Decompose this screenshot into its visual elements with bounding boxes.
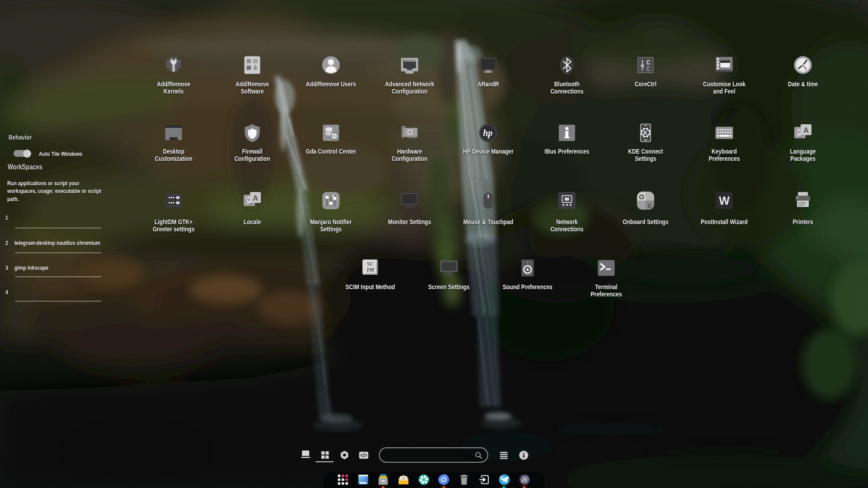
- svg-text:hp: hp: [483, 128, 492, 138]
- svg-text:A: A: [253, 194, 258, 202]
- svg-text:6: 6: [507, 475, 509, 479]
- svg-text:W: W: [719, 194, 730, 207]
- svg-text:IM: IM: [366, 266, 374, 273]
- svg-text:B: B: [647, 202, 651, 209]
- svg-text:A: A: [803, 126, 809, 134]
- svg-text:K: K: [643, 129, 648, 136]
- svg-text:16: 16: [500, 475, 503, 479]
- svg-text:O: O: [639, 193, 644, 201]
- svg-text:C: C: [646, 66, 651, 73]
